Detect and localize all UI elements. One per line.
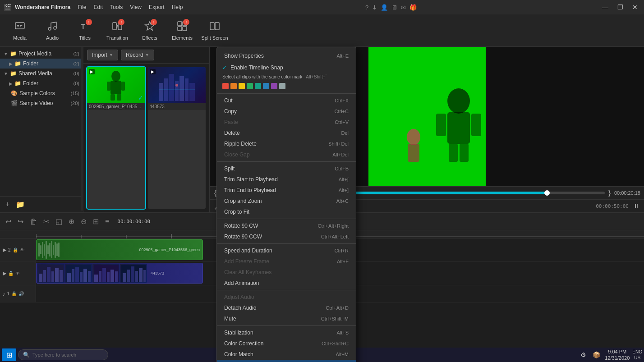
ctx-ripple-delete[interactable]: Ripple Delete Shift+Del xyxy=(217,138,356,149)
toolbar-splitscreen-button[interactable]: Split Screen xyxy=(198,16,231,45)
windows-search-bar[interactable]: 🔍 xyxy=(18,349,108,360)
menu-edit[interactable]: Edit xyxy=(93,4,103,10)
maximize-button[interactable]: ❐ xyxy=(615,4,626,11)
tl-delete-button[interactable]: 🗑 xyxy=(28,217,39,227)
tree-item-project-media[interactable]: ▼ 📁 Project Media (2) xyxy=(0,49,83,59)
toolbar-effects-button[interactable]: ! Effects xyxy=(133,16,166,45)
tl-zoomout-button[interactable]: ⊖ xyxy=(79,216,88,227)
new-folder-button[interactable]: 📁 xyxy=(14,199,27,210)
tl-zoomin-button[interactable]: ⊕ xyxy=(67,216,76,227)
menu-export[interactable]: Export xyxy=(149,4,165,10)
ctx-cut[interactable]: Cut Ctrl+X xyxy=(217,95,356,106)
minimize-button[interactable]: — xyxy=(599,4,611,11)
track-v2-lock[interactable]: 🔒 xyxy=(13,247,18,252)
import-button[interactable]: Import ▼ xyxy=(87,50,118,60)
tree-item-folder2[interactable]: ▶ 📁 Folder (0) xyxy=(0,78,83,88)
color-swatch-orange[interactable] xyxy=(230,83,237,89)
track-audio-label: ♪ 1 🔒 🔊 xyxy=(0,285,36,302)
color-swatch-green[interactable] xyxy=(247,83,253,89)
tree-item-sample-colors[interactable]: 🎨 Sample Colors (15) xyxy=(0,88,83,98)
preview-pause-icon[interactable]: ⏸ xyxy=(632,202,640,211)
icon-gift[interactable]: 🎁 xyxy=(409,4,417,11)
svg-rect-55 xyxy=(83,269,87,282)
toolbar-media-button[interactable]: Media xyxy=(4,16,36,45)
svg-point-30 xyxy=(447,88,470,114)
media-thumb-2[interactable]: ▶ 443573 xyxy=(148,67,206,209)
color-swatch-blue[interactable] xyxy=(263,83,269,89)
color-swatch-gray[interactable] xyxy=(279,83,285,89)
add-folder-button[interactable]: + xyxy=(4,199,11,210)
ctx-color-match[interactable]: Color Match Alt+M xyxy=(217,349,356,360)
svg-point-2 xyxy=(48,27,51,30)
svg-rect-65 xyxy=(123,273,126,282)
menu-help[interactable]: Help xyxy=(172,4,183,10)
toolbar-elements-button[interactable]: ! Elements xyxy=(166,16,198,45)
tl-undo-button[interactable]: ↩ xyxy=(4,216,13,227)
preview-slider-thumb[interactable] xyxy=(544,190,550,196)
color-swatch-yellow[interactable] xyxy=(239,83,245,89)
svg-rect-62 xyxy=(110,270,114,282)
taskbar-settings-icon[interactable]: ⚙ xyxy=(579,351,588,358)
tl-settings-button[interactable]: ≡ xyxy=(103,217,111,227)
icon-download[interactable]: ⬇ xyxy=(372,4,377,11)
track-audio-lock[interactable]: 🔒 xyxy=(11,291,17,296)
ctx-trim-end[interactable]: Trim End to Playhead Alt+] xyxy=(217,185,356,196)
tree-item-sample-video[interactable]: 🎬 Sample Video (20) xyxy=(0,98,83,108)
cyber-thumb xyxy=(148,67,206,103)
media-thumb-1[interactable]: ▶ ✓ 002905_gamer_P10435... xyxy=(87,67,145,209)
menu-view[interactable]: View xyxy=(130,4,142,10)
svg-rect-70 xyxy=(143,270,146,282)
taskbar-apps-icon[interactable]: 📦 xyxy=(591,351,602,358)
ctx-add-animation[interactable]: Add Animation xyxy=(217,278,356,289)
ctx-copy[interactable]: Copy Ctrl+C xyxy=(217,106,356,117)
clip-cyber[interactable]: 443573 xyxy=(36,263,203,284)
tl-fit-button[interactable]: ⊞ xyxy=(91,216,101,227)
icon-support[interactable]: ? xyxy=(365,4,368,11)
track-v2-eye[interactable]: 👁 xyxy=(20,247,24,252)
ctx-split[interactable]: Split Ctrl+B xyxy=(217,163,356,174)
tl-redo-button[interactable]: ↪ xyxy=(16,216,25,227)
windows-tray: ⚙ 📦 9:04 PM 12/31/2020 ENG US xyxy=(579,348,642,362)
ctx-enable-snap[interactable]: Enable Timeline Snap xyxy=(230,64,283,71)
icon-mail[interactable]: ✉ xyxy=(401,4,406,11)
ctx-detach-audio[interactable]: Detach Audio Ctrl+Alt+D xyxy=(217,302,356,313)
color-swatch-teal[interactable] xyxy=(255,83,261,89)
ctx-stabilization[interactable]: Stabilization Alt+S xyxy=(217,327,356,338)
menu-tools[interactable]: Tools xyxy=(110,4,123,10)
record-button[interactable]: Record ▼ xyxy=(121,50,154,60)
toolbar-transition-button[interactable]: ! Transition xyxy=(101,16,133,45)
search-input[interactable] xyxy=(32,352,96,357)
tl-crop-button[interactable]: ◱ xyxy=(54,216,64,227)
track-cyber-eye[interactable]: 👁 xyxy=(15,271,20,276)
ctx-rotate-ccw[interactable]: Rotate 90 CCW Ctrl+Alt+Left xyxy=(217,231,356,242)
ctx-crop-fit[interactable]: Crop to Fit xyxy=(217,206,356,217)
resize-handle[interactable] xyxy=(81,47,83,211)
track-cyber-lock[interactable]: 🔒 xyxy=(8,271,14,276)
ctx-mute[interactable]: Mute Ctrl+Shift+M xyxy=(217,313,356,324)
color-swatch-red[interactable] xyxy=(222,83,229,89)
tree-item-folder[interactable]: ▶ 📁 Folder (2) xyxy=(0,59,83,69)
icon-user[interactable]: 👤 xyxy=(381,4,388,11)
track-audio-volume[interactable]: 🔊 xyxy=(18,291,24,296)
tl-cut-button[interactable]: ✂ xyxy=(41,216,51,227)
ctx-rotate-cw[interactable]: Rotate 90 CW Ctrl+Alt+Right xyxy=(217,220,356,231)
tree-item-shared-media[interactable]: ▼ 📁 Shared Media (0) xyxy=(0,69,83,78)
ctx-trim-start[interactable]: Trim Start to Playhead Alt+[ xyxy=(217,174,356,185)
toolbar-audio-button[interactable]: Audio xyxy=(36,16,69,45)
ctx-color-correction[interactable]: Color Correction Ctrl+Shift+C xyxy=(217,338,356,349)
windows-start-button[interactable]: ⊞ xyxy=(2,348,16,361)
menu-file[interactable]: File xyxy=(78,4,86,10)
ctx-speed-duration[interactable]: Speed and Duration Ctrl+R xyxy=(217,245,356,256)
ctx-crop-zoom[interactable]: Crop and Zoom Alt+C xyxy=(217,196,356,206)
folder-icon5: 🎨 xyxy=(11,90,18,96)
close-button[interactable]: ✕ xyxy=(630,4,640,11)
ctx-color-match-shortcut: Alt+M xyxy=(336,352,349,357)
ctx-delete[interactable]: Delete Del xyxy=(217,128,356,138)
clip-green[interactable]: 002905_gamer_P1043566_green xyxy=(36,239,203,260)
ctx-show-properties[interactable]: Show Properties xyxy=(221,51,336,61)
color-swatch-purple[interactable] xyxy=(271,83,277,89)
taskbar-datetime[interactable]: 9:04 PM 12/31/2020 xyxy=(605,348,630,362)
toolbar-titles-button[interactable]: T ! Titles xyxy=(69,16,101,45)
icon-monitor[interactable]: 🖥 xyxy=(391,4,397,11)
ctx-green-screen[interactable]: Green Screen Ctrl+Shift+G xyxy=(217,360,356,362)
